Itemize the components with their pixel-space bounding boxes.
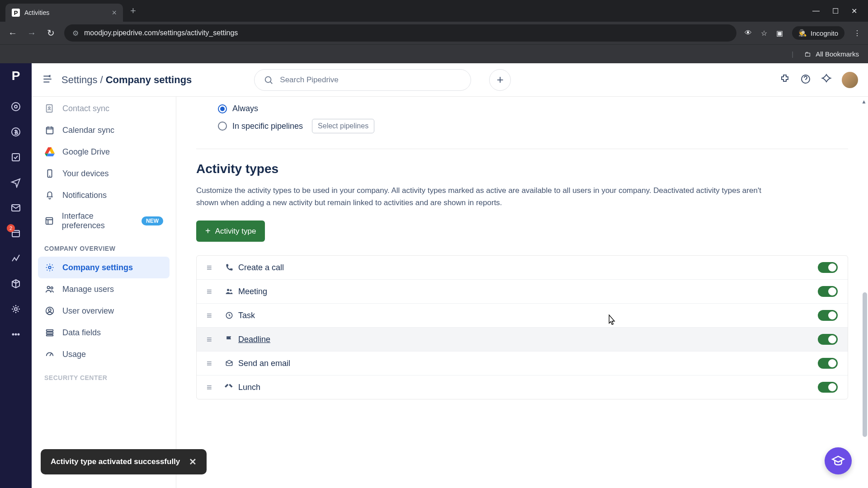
rail-more-icon[interactable] [9, 328, 22, 341]
rail-mail-icon[interactable] [9, 202, 22, 214]
browser-menu-icon[interactable]: ⋮ [854, 29, 861, 38]
sidebar-item-calendar-sync[interactable]: Calendar sync [38, 119, 170, 141]
toggle-switch[interactable] [818, 310, 838, 321]
drag-handle-icon[interactable]: ≡ [207, 310, 220, 321]
drag-handle-icon[interactable]: ≡ [207, 334, 220, 345]
eye-hidden-icon[interactable]: 👁 [745, 29, 752, 37]
type-row-lunch[interactable]: ≡ Lunch [197, 375, 848, 399]
quick-add-button[interactable]: + [489, 69, 511, 91]
svg-point-8 [15, 334, 17, 335]
type-row-email[interactable]: ≡ Send an email [197, 352, 848, 375]
sidebar-item-interface-preferences[interactable]: Interface preferences NEW [38, 206, 170, 236]
select-pipelines-button[interactable]: Select pipelines [312, 119, 374, 133]
sidebar-item-notifications[interactable]: Notifications [38, 184, 170, 206]
sidebar-item-label: User overview [62, 306, 114, 316]
type-row-call[interactable]: ≡ Create a call [197, 256, 848, 280]
sidebar-toggle-icon[interactable] [42, 73, 53, 87]
search-input[interactable]: Search Pipedrive [254, 69, 471, 91]
browser-tab[interactable]: P Activities × [5, 4, 123, 22]
icon-rail: P 2 [0, 63, 32, 488]
close-window-icon[interactable]: ✕ [851, 7, 857, 15]
radio-pipelines-row[interactable]: In specific pipelines Select pipelines [196, 116, 848, 136]
help-icon[interactable] [800, 74, 811, 86]
rail-home-icon[interactable] [9, 100, 22, 113]
svg-rect-3 [12, 154, 19, 161]
app-logo-icon[interactable]: P [12, 69, 20, 83]
search-placeholder: Search Pipedrive [280, 75, 338, 84]
svg-point-0 [12, 103, 20, 111]
address-bar: ← → ↻ ⚙ moodjoy.pipedrive.com/settings/a… [0, 22, 868, 44]
radio-always-row[interactable]: Always [196, 101, 848, 116]
type-label: Meeting [238, 287, 267, 296]
maximize-icon[interactable]: ☐ [832, 7, 839, 15]
sidebar-item-data-fields[interactable]: Data fields [38, 322, 170, 343]
svg-rect-23 [47, 332, 53, 334]
toggle-switch[interactable] [818, 334, 838, 345]
incognito-chip[interactable]: 🕵 Incognito [792, 26, 844, 40]
drag-handle-icon[interactable]: ≡ [207, 286, 220, 297]
bookmark-star-icon[interactable]: ☆ [761, 29, 767, 38]
toggle-switch[interactable] [818, 262, 838, 273]
app-viewport: P 2 Settings / Company settings Search P… [0, 63, 868, 488]
add-activity-type-button[interactable]: + Activity type [196, 221, 265, 242]
plus-icon: + [205, 226, 211, 236]
user-avatar[interactable] [842, 72, 858, 88]
breadcrumb-root[interactable]: Settings [61, 74, 98, 86]
rail-activities-icon[interactable] [9, 151, 22, 164]
svg-point-25 [227, 289, 229, 291]
panel-icon[interactable]: ▣ [776, 29, 783, 38]
radio-unchecked-icon[interactable] [218, 122, 227, 131]
sidebar-item-user-overview[interactable]: User overview [38, 300, 170, 322]
drag-handle-icon[interactable]: ≡ [207, 382, 220, 393]
svg-point-9 [18, 334, 19, 335]
svg-point-18 [47, 286, 50, 289]
svg-rect-16 [46, 218, 53, 225]
rail-projects-icon[interactable]: 2 [9, 227, 22, 239]
reload-button[interactable]: ↻ [45, 28, 56, 38]
toggle-switch[interactable] [818, 358, 838, 369]
rail-marketplace-icon[interactable] [9, 303, 22, 315]
drag-handle-icon[interactable]: ≡ [207, 263, 220, 273]
all-bookmarks-link[interactable]: All Bookmarks [816, 50, 859, 58]
sidebar-item-label: Your devices [62, 169, 108, 178]
rail-campaigns-icon[interactable] [9, 176, 22, 189]
toggle-switch[interactable] [818, 382, 838, 393]
toast-close-icon[interactable]: ✕ [189, 456, 197, 467]
main-content: ▲ Always In specific pipelines Select pi… [176, 97, 868, 488]
sidebar-item-contact-sync[interactable]: Contact sync [38, 98, 170, 119]
toggle-switch[interactable] [818, 286, 838, 297]
drag-handle-icon[interactable]: ≡ [207, 358, 220, 369]
sidebar-item-company-settings[interactable]: Company settings [38, 257, 170, 278]
user-circle-icon [44, 305, 55, 316]
people-icon [220, 287, 238, 296]
scroll-up-icon[interactable]: ▲ [861, 99, 867, 105]
rail-deals-icon[interactable] [9, 126, 22, 138]
sidebar-item-manage-users[interactable]: Manage users [38, 278, 170, 300]
scrollbar-thumb[interactable] [863, 292, 867, 437]
site-settings-icon[interactable]: ⚙ [72, 29, 79, 38]
tab-bar: P Activities × + ― ☐ ✕ [0, 0, 868, 22]
sidebar-item-label: Interface preferences [62, 211, 134, 230]
type-row-deadline[interactable]: ≡ Deadline [197, 328, 848, 352]
rail-insights-icon[interactable] [9, 252, 22, 265]
type-row-task[interactable]: ≡ Task [197, 304, 848, 328]
sidebar-item-google-drive[interactable]: Google Drive [38, 141, 170, 163]
radio-checked-icon[interactable] [218, 104, 227, 113]
gear-icon [44, 262, 55, 273]
rail-products-icon[interactable] [9, 277, 22, 290]
type-row-meeting[interactable]: ≡ Meeting [197, 280, 848, 304]
svg-point-10 [265, 76, 271, 82]
help-fab[interactable] [825, 447, 852, 474]
url-input[interactable]: ⚙ moodjoy.pipedrive.com/settings/activit… [64, 24, 736, 42]
new-tab-button[interactable]: + [126, 5, 141, 17]
tab-close-icon[interactable]: × [112, 8, 117, 18]
back-button[interactable]: ← [7, 28, 18, 38]
forward-button[interactable]: → [26, 28, 37, 38]
minimize-icon[interactable]: ― [812, 7, 820, 15]
svg-point-19 [51, 287, 53, 289]
sidebar-item-usage[interactable]: Usage [38, 343, 170, 365]
whats-new-icon[interactable] [821, 74, 832, 86]
sidebar-item-your-devices[interactable]: Your devices [38, 163, 170, 184]
browser-chrome: P Activities × + ― ☐ ✕ ← → ↻ ⚙ moodjoy.p… [0, 0, 868, 63]
extensions-icon[interactable] [779, 74, 790, 86]
